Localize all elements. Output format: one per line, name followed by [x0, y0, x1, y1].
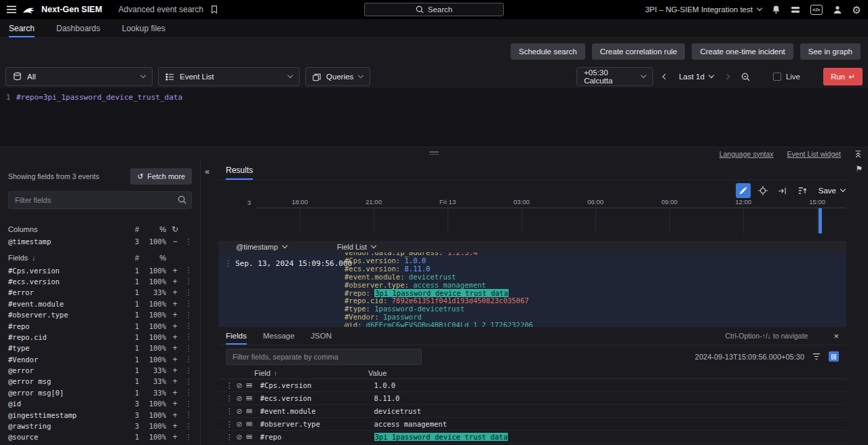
inspector-field-row[interactable]: ⋮⊘#event.moduledevicetrust: [218, 405, 846, 418]
global-search[interactable]: Search: [364, 3, 504, 16]
field-column-header[interactable]: Field ↑: [254, 369, 368, 377]
row-menu-icon[interactable]: ⋮: [184, 410, 193, 419]
advanced-event-search-link[interactable]: Advanced event search: [119, 5, 203, 14]
jump-to-latest-button[interactable]: [775, 183, 790, 198]
inspector-field-row[interactable]: ⋮⊘#Cps.version1.0.0: [218, 379, 846, 392]
timeline-bar[interactable]: [818, 208, 822, 233]
add-column-icon[interactable]: [244, 422, 254, 427]
field-row[interactable]: #repo1100%+⋮: [0, 320, 200, 331]
exclude-filter-icon[interactable]: ⊘: [235, 394, 245, 403]
add-field-button[interactable]: +: [166, 299, 184, 309]
filter-lines-icon[interactable]: [812, 353, 821, 360]
event-row-selected[interactable]: ⋮ Sep. 13, 2024 15:09:56.000 vendor.data…: [218, 252, 846, 327]
time-back-button[interactable]: [658, 69, 672, 85]
field-row[interactable]: @rawstring3100%+⋮: [0, 421, 200, 431]
column-row-timestamp[interactable]: @timestamp 3 100% − ⋮: [0, 236, 200, 247]
notification-bell-icon[interactable]: [772, 5, 781, 14]
field-row[interactable]: @ingesttimestamp3100%+⋮: [0, 409, 200, 420]
tab-json[interactable]: JSON: [311, 327, 332, 345]
resize-handle[interactable]: [429, 151, 439, 155]
field-row[interactable]: #Cps.version1100%+⋮: [0, 265, 200, 275]
row-menu-icon[interactable]: ⋮: [184, 388, 193, 397]
zoom-out-time-icon[interactable]: [739, 73, 753, 81]
exclude-filter-icon[interactable]: ⊘: [235, 420, 245, 429]
collapse-fields-panel-button[interactable]: «: [202, 165, 212, 178]
row-menu-icon[interactable]: ⋮: [184, 322, 193, 330]
row-menu-icon[interactable]: ⋮: [184, 277, 193, 286]
add-field-button[interactable]: +: [166, 332, 184, 342]
add-field-button[interactable]: +: [166, 266, 184, 275]
add-column-icon[interactable]: [244, 409, 254, 414]
event-timeline-chart[interactable]: 3 18:0021:00Fri 1303:0006:0009:0012:0015…: [256, 198, 846, 233]
field-row[interactable]: #observer.type1100%+⋮: [0, 309, 200, 320]
falcon-logo[interactable]: [23, 5, 35, 14]
add-field-button[interactable]: +: [166, 399, 184, 408]
view-selector[interactable]: Event List: [158, 67, 300, 86]
create-one-time-incident-button[interactable]: Create one-time incident: [692, 43, 793, 60]
add-field-button[interactable]: +: [166, 355, 184, 364]
time-range-selector[interactable]: Last 1d: [677, 73, 715, 81]
language-syntax-link[interactable]: Language syntax: [719, 150, 774, 158]
schedule-search-button[interactable]: Schedule search: [511, 43, 585, 60]
row-menu-icon[interactable]: ⋮: [224, 420, 235, 429]
row-menu-icon[interactable]: ⋮: [224, 407, 235, 416]
event-list-widget-link[interactable]: Event List widget: [787, 150, 841, 158]
tenant-selector[interactable]: 3PI – NG-SIEM Integration test: [645, 5, 762, 14]
add-field-button[interactable]: +: [166, 343, 184, 353]
open-in-table-button[interactable]: [829, 351, 839, 362]
field-row[interactable]: #error133%+⋮: [0, 287, 200, 298]
time-forward-button[interactable]: [720, 69, 734, 85]
live-toggle[interactable]: Live: [773, 73, 800, 81]
hamburger-menu-icon[interactable]: [7, 5, 16, 14]
user-icon[interactable]: [833, 5, 842, 14]
timezone-selector[interactable]: +05:30 Calcutta: [576, 67, 653, 86]
row-menu-icon[interactable]: ⋮: [184, 422, 193, 431]
row-menu-icon[interactable]: ⋮: [224, 433, 235, 442]
add-field-button[interactable]: +: [166, 277, 184, 286]
field-row[interactable]: @error_msg133%+⋮: [0, 376, 200, 387]
add-field-button[interactable]: +: [166, 421, 184, 431]
add-field-button[interactable]: +: [166, 366, 184, 375]
fetch-more-button[interactable]: ↺ Fetch more: [130, 168, 192, 185]
exclude-filter-icon[interactable]: ⊘: [235, 381, 245, 390]
row-menu-icon[interactable]: ⋮: [184, 288, 193, 297]
add-field-button[interactable]: +: [166, 322, 184, 331]
inspector-filter-input[interactable]: [226, 349, 422, 365]
repo-selector[interactable]: All: [5, 67, 153, 86]
field-row[interactable]: #type1100%+⋮: [0, 343, 200, 353]
add-field-button[interactable]: +: [166, 288, 184, 297]
queries-button[interactable]: Queries: [305, 67, 370, 86]
field-row[interactable]: @source1100%+⋮: [0, 431, 200, 442]
field-row[interactable]: @id3100%+⋮: [0, 398, 200, 409]
remove-column-button[interactable]: −: [166, 237, 184, 246]
fieldlist-column-header[interactable]: Field List: [337, 243, 376, 251]
row-menu-icon[interactable]: ⋮: [184, 355, 193, 364]
tab-message[interactable]: Message: [263, 327, 295, 345]
field-row[interactable]: @error133%+⋮: [0, 365, 200, 376]
row-menu-icon[interactable]: ⋮: [184, 332, 193, 341]
row-menu-icon[interactable]: ⋮: [184, 344, 193, 353]
inspector-field-row[interactable]: ⋮⊘#repo3pi_1password_device_trust_data: [218, 431, 846, 444]
exclude-filter-icon[interactable]: ⊘: [235, 407, 245, 416]
host-stack-icon[interactable]: [791, 5, 800, 14]
refresh-columns-icon[interactable]: ↻: [166, 225, 184, 234]
tab-search[interactable]: Search: [9, 19, 35, 37]
timestamp-column-header[interactable]: @timestamp: [218, 243, 337, 251]
field-row[interactable]: #Vendor1100%+⋮: [0, 354, 200, 365]
query-editor[interactable]: 1 #repo=3pi_1password_device_trust_data: [0, 88, 868, 147]
row-menu-icon[interactable]: ⋮: [184, 377, 193, 386]
crosshair-tool-button[interactable]: [755, 183, 770, 198]
close-icon[interactable]: ×: [833, 331, 839, 341]
tab-fields[interactable]: Fields: [226, 327, 247, 345]
add-field-button[interactable]: +: [166, 310, 184, 320]
field-row[interactable]: #ecs.version1100%+⋮: [0, 276, 200, 287]
row-menu-icon[interactable]: ⋮: [184, 366, 193, 375]
row-menu-icon[interactable]: ⋮: [184, 433, 193, 442]
live-checkbox[interactable]: [773, 73, 781, 81]
tab-results[interactable]: Results: [226, 160, 253, 180]
tab-lookup-files[interactable]: Lookup files: [122, 19, 165, 37]
sort-order-button[interactable]: [795, 183, 810, 198]
sort-desc-icon[interactable]: ↓: [32, 254, 35, 262]
add-field-button[interactable]: +: [166, 432, 184, 442]
row-menu-icon[interactable]: ⋮: [184, 299, 193, 308]
